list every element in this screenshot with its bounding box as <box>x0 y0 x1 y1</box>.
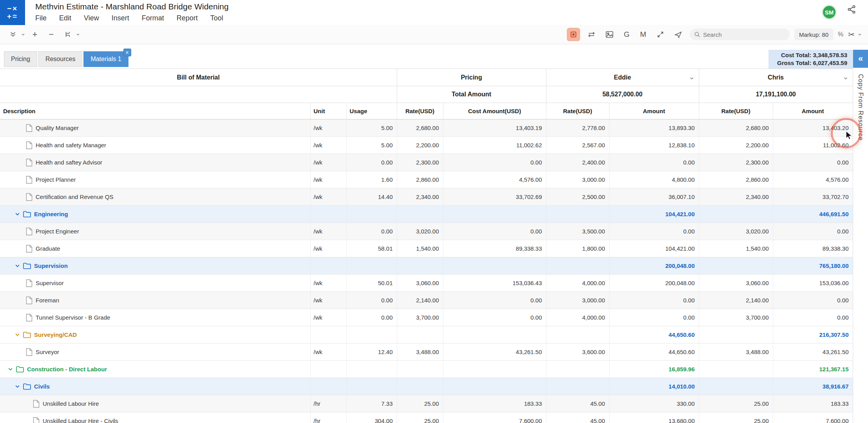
chris-amount-cell[interactable]: 11,002.60 <box>773 137 853 154</box>
col-unit[interactable]: Unit <box>310 103 346 119</box>
expand-caret-icon[interactable] <box>15 212 20 217</box>
chris-amount-cell[interactable]: 43,261.50 <box>773 343 853 361</box>
cost-amount-cell[interactable]: 33,702.69 <box>443 188 546 206</box>
chris-amount-cell[interactable]: 0.00 <box>773 154 853 171</box>
eddie-rate-cell[interactable]: 2,778.00 <box>546 119 609 137</box>
eddie-rate-cell[interactable]: 4,000.00 <box>546 275 609 292</box>
item-row[interactable]: Foreman/wk0.002,140.000.003,000.000.002,… <box>0 292 853 309</box>
search-input[interactable] <box>690 29 790 40</box>
usage-cell[interactable]: 304.00 <box>346 412 397 423</box>
swap-columns-icon[interactable] <box>585 28 598 41</box>
remove-row-icon[interactable]: − <box>45 28 58 41</box>
expand-caret-icon[interactable] <box>15 263 20 268</box>
group-row[interactable]: Civils14,010.0038,916.67 <box>0 378 853 395</box>
col-cost-amount-usd[interactable]: Cost Amount(USD) <box>443 103 546 119</box>
cost-amount-cell[interactable]: 0.00 <box>443 223 546 240</box>
rate-cell[interactable] <box>397 326 443 343</box>
description-cell[interactable]: Foreman <box>0 292 310 309</box>
eddie-rate-cell[interactable]: 2,567.00 <box>546 137 609 154</box>
group-row[interactable]: Engineering104,421.00446,691.50 <box>0 206 853 223</box>
chris-amount-cell[interactable]: 216,307.50 <box>773 326 853 343</box>
description-cell[interactable]: Tunnel Supervisor - B Grade <box>0 309 310 326</box>
group-row[interactable]: Supervision200,048.00765,180.00 <box>0 257 853 275</box>
rate-cell[interactable] <box>397 378 443 395</box>
eddie-amount-cell[interactable]: 200,048.00 <box>609 275 699 292</box>
rate-cell[interactable]: 2,200.00 <box>397 137 443 154</box>
description-cell[interactable]: Civils <box>0 378 310 395</box>
eddie-amount-cell[interactable]: 13,680.00 <box>609 412 699 423</box>
description-cell[interactable]: Surveying/CAD <box>0 326 310 343</box>
description-cell[interactable]: Health and saftey Advisor <box>0 154 310 171</box>
eddie-rate-cell[interactable]: 3,500.00 <box>546 223 609 240</box>
rate-cell[interactable]: 2,300.00 <box>397 154 443 171</box>
cost-amount-cell[interactable]: 183.33 <box>443 395 546 412</box>
menu-edit[interactable]: Edit <box>59 14 71 22</box>
unit-cell[interactable]: /wk <box>310 240 346 257</box>
description-cell[interactable]: Supervision <box>0 257 310 275</box>
cost-amount-cell[interactable] <box>443 361 546 378</box>
chris-rate-cell[interactable]: 2,140.00 <box>699 292 773 309</box>
description-cell[interactable]: Project Engineer <box>0 223 310 240</box>
eddie-amount-cell[interactable]: 104,421.00 <box>609 206 699 223</box>
rate-cell[interactable]: 25.00 <box>397 395 443 412</box>
eddie-rate-cell[interactable] <box>546 378 609 395</box>
rate-cell[interactable]: 2,860.00 <box>397 171 443 188</box>
eddie-amount-cell[interactable]: 200,048.00 <box>609 257 699 275</box>
collapse-rows-caret-icon[interactable] <box>21 33 25 36</box>
m-icon[interactable]: M <box>637 30 649 39</box>
item-row[interactable]: Tunnel Supervisor - B Grade/wk0.003,700.… <box>0 309 853 326</box>
unit-cell[interactable]: /wk <box>310 292 346 309</box>
chris-amount-cell[interactable]: 7,600.00 <box>773 412 853 423</box>
chris-amount-cell[interactable]: 153,036.00 <box>773 275 853 292</box>
item-row[interactable]: Quality Manager/wk5.002,680.0013,403.192… <box>0 119 853 137</box>
description-cell[interactable]: Health and safety Manager <box>0 137 310 154</box>
rate-cell[interactable]: 3,060.00 <box>397 275 443 292</box>
unit-cell[interactable]: /hr <box>310 412 346 423</box>
eddie-rate-cell[interactable]: 45.00 <box>546 412 609 423</box>
chris-amount-cell[interactable]: 183.33 <box>773 395 853 412</box>
group-row[interactable]: Construction - Direct Labour16,859.96121… <box>0 361 853 378</box>
unit-cell[interactable] <box>310 257 346 275</box>
collapse-rows-icon[interactable] <box>6 28 20 41</box>
chris-amount-cell[interactable]: 38,916.67 <box>773 378 853 395</box>
description-cell[interactable]: Unskilled Labour Hire <box>0 395 310 412</box>
chris-amount-cell[interactable]: 89,338.30 <box>773 240 853 257</box>
item-row[interactable]: Unskilled Labour Hire/hr7.3325.00183.334… <box>0 395 853 412</box>
eddie-amount-cell[interactable]: 4,800.00 <box>609 171 699 188</box>
usage-cell[interactable]: 5.00 <box>346 119 397 137</box>
chris-amount-cell[interactable]: 765,180.00 <box>773 257 853 275</box>
rate-cell[interactable] <box>397 257 443 275</box>
menu-file[interactable]: File <box>35 14 47 22</box>
rate-cell[interactable]: 3,488.00 <box>397 343 443 361</box>
eddie-amount-cell[interactable]: 104,421.00 <box>609 240 699 257</box>
rate-cell[interactable] <box>397 361 443 378</box>
cost-amount-cell[interactable]: 11,002.62 <box>443 137 546 154</box>
usage-cell[interactable] <box>346 378 397 395</box>
item-row[interactable]: Surveyor/wk12.403,488.0043,261.503,600.0… <box>0 343 853 361</box>
chris-rate-cell[interactable] <box>699 257 773 275</box>
eddie-rate-cell[interactable] <box>546 326 609 343</box>
description-cell[interactable]: Quality Manager <box>0 119 310 137</box>
chris-amount-cell[interactable]: 0.00 <box>773 292 853 309</box>
usage-cell[interactable]: 0.00 <box>346 154 397 171</box>
rate-cell[interactable]: 2,340.00 <box>397 188 443 206</box>
expand-caret-icon[interactable] <box>15 384 20 389</box>
eddie-amount-cell[interactable]: 0.00 <box>609 223 699 240</box>
send-icon[interactable] <box>672 28 685 41</box>
expand-panel-button[interactable]: « <box>853 50 868 68</box>
colgroup-eddie[interactable]: Eddie <box>546 69 699 86</box>
eddie-amount-cell[interactable]: 44,650.60 <box>609 343 699 361</box>
menu-insert[interactable]: Insert <box>112 14 129 22</box>
expand-icon[interactable] <box>654 28 667 41</box>
item-row[interactable]: Unskilled Labour Hire - Civils/hr304.002… <box>0 412 853 423</box>
chris-rate-cell[interactable]: 3,060.00 <box>699 275 773 292</box>
usage-cell[interactable] <box>346 326 397 343</box>
chris-rate-cell[interactable]: 25.00 <box>699 395 773 412</box>
unit-cell[interactable]: /wk <box>310 154 346 171</box>
description-cell[interactable]: Project Planner <box>0 171 310 188</box>
unit-cell[interactable] <box>310 326 346 343</box>
usage-cell[interactable] <box>346 257 397 275</box>
eddie-rate-cell[interactable]: 45.00 <box>546 395 609 412</box>
cost-amount-cell[interactable]: 0.00 <box>443 154 546 171</box>
chris-rate-cell[interactable]: 3,488.00 <box>699 343 773 361</box>
